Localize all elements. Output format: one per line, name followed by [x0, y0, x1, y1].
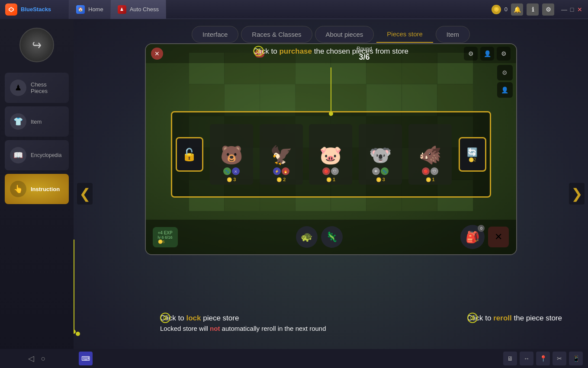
store-item-2[interactable]: 🦅 ⚡ 🔥 🪙 2: [260, 124, 303, 185]
instruction-label: Instruction: [31, 186, 60, 192]
main-area: ↩ ♟ Chess Pieces 👕 Item 📖 Encyclopedia 👆…: [0, 19, 588, 368]
coins-icon: 🪙: [492, 5, 501, 14]
instruction-icon: 👆: [10, 181, 26, 197]
nav-home-icon[interactable]: ○: [41, 354, 46, 363]
store-item-3[interactable]: 🐷 🔴 🛡 🪙 1: [309, 124, 352, 185]
annotation-2-number: ②: [160, 313, 170, 323]
tab-about-pieces[interactable]: About pieces: [315, 26, 374, 43]
tab-races-classes[interactable]: Races & Classes: [241, 26, 312, 43]
badge-5b: 🛡: [431, 167, 438, 175]
piece-figure-3: 🐷: [319, 144, 342, 166]
keyboard-icon[interactable]: ⌨: [79, 352, 93, 365]
badge-4a: 👁: [372, 167, 380, 175]
bell-icon[interactable]: 🔔: [511, 3, 523, 16]
taskbar-resize-icon[interactable]: ↔: [520, 352, 533, 365]
next-arrow-icon: ❯: [571, 186, 583, 202]
annotation-dot-1: [329, 112, 333, 116]
tab-item[interactable]: Item: [436, 26, 470, 43]
coin-icon-1: 🪙: [227, 177, 232, 182]
piece-badges-5: 🔴 🛡: [422, 167, 438, 175]
annotation-line-1: [331, 67, 331, 113]
minimize-button[interactable]: —: [561, 6, 567, 13]
piece-figure-5: 🐗: [419, 144, 441, 166]
item-icon: 👕: [10, 113, 26, 130]
game-side-icons: ⚙ 👤: [497, 65, 513, 98]
taskbar-location-icon[interactable]: 📍: [536, 352, 550, 365]
game-profile-icon[interactable]: 👤: [480, 47, 494, 61]
store-panel: 🔓 🐻 🐾 ⚔ 🪙 3: [171, 111, 491, 198]
sidebar-item-chess-pieces[interactable]: ♟ Chess Pieces: [5, 73, 69, 103]
tab-auto-chess[interactable]: ♟ Auto Chess: [111, 0, 166, 19]
taskbar-display-icon[interactable]: 🖥: [503, 352, 517, 365]
sell-button[interactable]: ✕: [488, 227, 509, 247]
prev-arrow[interactable]: ❮: [77, 183, 93, 205]
content-area: Interface Races & Classes About pieces P…: [74, 19, 588, 368]
sidebar-item-item[interactable]: 👕 Item: [5, 106, 69, 137]
badge-2b: 🔥: [282, 167, 289, 175]
settings-icon[interactable]: ⚙: [542, 3, 554, 16]
taskbar-mobile-icon[interactable]: 📱: [569, 352, 583, 365]
game-gear2-icon[interactable]: ⚙: [497, 47, 511, 61]
store-items-grid: 🐻 🐾 ⚔ 🪙 3 🦅: [203, 124, 459, 185]
app-name-label: BlueStacks: [21, 6, 51, 13]
back-arrow-icon: ↩: [32, 37, 42, 53]
app-logo: BlueStacks: [0, 0, 69, 19]
store-item-1[interactable]: 🐻 🐾 ⚔ 🪙 3: [210, 124, 253, 185]
coin-icon-5: 🪙: [426, 177, 431, 182]
piece-cost-5: 🪙 1: [426, 177, 435, 182]
annotation-3-text: Click to reroll the piece store: [467, 313, 562, 324]
mini-settings-icon[interactable]: ⚙: [497, 65, 513, 80]
sidebar-item-instruction[interactable]: 👆 Instruction: [5, 174, 69, 204]
game-bottombar: +4 EXP lv 6 6/16 🪙5 🐢 🦎 🎒 0 ✕: [146, 220, 516, 254]
reroll-cost-label: 🪙2: [469, 157, 476, 162]
nav-back-icon[interactable]: ◁: [28, 354, 34, 363]
annotation-2-text: Click to lock piece store Locked store w…: [160, 313, 326, 333]
exp-button[interactable]: +4 EXP lv 6 6/16 🪙5: [153, 227, 178, 247]
exp-cost-label: 🪙5: [158, 240, 173, 244]
game-settings-icon[interactable]: ⚙: [464, 47, 478, 61]
annotation-1-number: ①: [253, 46, 263, 56]
bag-button[interactable]: 🎒 0: [460, 225, 485, 249]
piece-cost-2: 🪙 2: [276, 177, 286, 182]
game-tab-icon: ♟: [118, 5, 126, 14]
badge-1b: ⚔: [232, 167, 240, 175]
store-item-4[interactable]: 🐨 👁 🐾 🪙 3: [359, 124, 402, 185]
game-tab-label: Auto Chess: [130, 6, 159, 13]
tab-home[interactable]: 🏠 Home: [69, 0, 111, 19]
maximize-button[interactable]: □: [569, 6, 575, 13]
reroll-button[interactable]: 🔄 🪙2: [459, 137, 486, 172]
tab-pieces-store[interactable]: Pieces store: [376, 26, 433, 43]
game-close-btn[interactable]: ✕: [151, 48, 163, 60]
lock-button[interactable]: 🔓: [176, 137, 203, 172]
taskbar-left: ⌨: [79, 352, 93, 365]
close-button[interactable]: ✕: [577, 6, 583, 13]
back-navigation: ◁ ○: [0, 349, 74, 368]
annotation-line-3: [74, 240, 74, 333]
home-tab-label: Home: [88, 6, 103, 13]
tab-interface[interactable]: Interface: [192, 26, 238, 43]
badge-2a: ⚡: [273, 167, 281, 175]
piece-badges-4: 👁 🐾: [372, 167, 389, 175]
top-navigation: Interface Races & Classes About pieces P…: [74, 19, 588, 47]
annotation-lock: ② Click to lock piece store Locked store…: [160, 313, 326, 333]
title-bar-left: BlueStacks 🏠 Home ♟ Auto Chess: [0, 0, 486, 19]
title-bar: BlueStacks 🏠 Home ♟ Auto Chess 🪙 0 🔔 ℹ ⚙…: [0, 0, 588, 19]
store-item-5[interactable]: 🐗 🔴 🛡 🪙 1: [408, 124, 452, 185]
bluestacks-logo-icon: [5, 3, 17, 16]
taskbar-cut-icon[interactable]: ✂: [553, 352, 566, 365]
annotation-3-number: ③: [467, 313, 478, 323]
badge-5a: 🔴: [422, 167, 430, 175]
bottom-right: 🎒 0 ✕: [460, 225, 509, 249]
game-icons-right: ⚙ 👤 ⚙: [464, 47, 511, 61]
annotation-purchase: ① Click to purchase the chosen pieces fr…: [253, 46, 408, 57]
bag-count: 0: [478, 225, 485, 232]
info-icon[interactable]: ℹ: [527, 3, 539, 16]
bottom-center: 🐢 🦎: [296, 226, 343, 248]
next-arrow[interactable]: ❯: [569, 183, 585, 205]
level-label: lv 6 6/16: [158, 235, 173, 240]
sidebar-item-encyclopedia[interactable]: 📖 Encyclopedia: [5, 140, 69, 170]
sidebar: ↩ ♟ Chess Pieces 👕 Item 📖 Encyclopedia 👆…: [0, 19, 74, 368]
mini-avatar-icon[interactable]: 👤: [497, 82, 513, 98]
back-button[interactable]: ↩: [19, 28, 54, 62]
annotation-dot-3: [76, 332, 80, 336]
